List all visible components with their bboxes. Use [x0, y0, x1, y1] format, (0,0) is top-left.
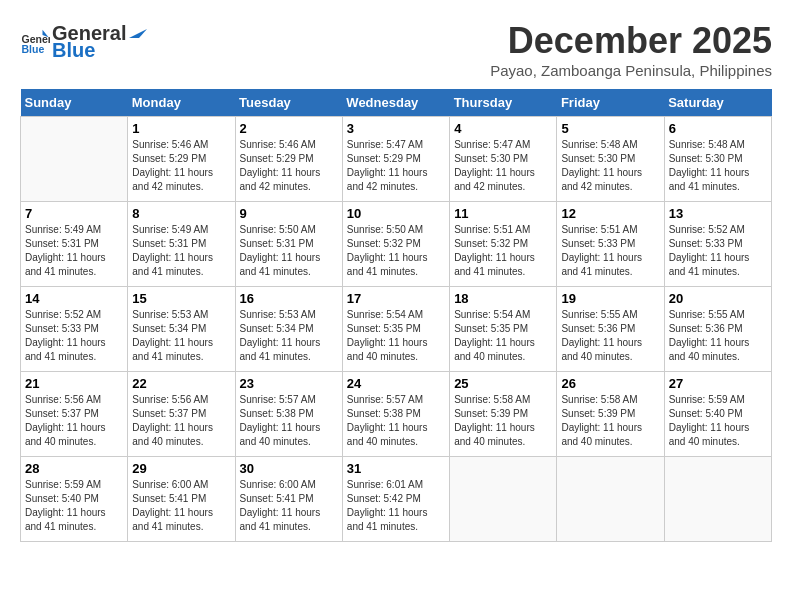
day-number: 27 — [669, 376, 767, 391]
calendar-day-cell: 15Sunrise: 5:53 AM Sunset: 5:34 PM Dayli… — [128, 287, 235, 372]
day-info: Sunrise: 5:48 AM Sunset: 5:30 PM Dayligh… — [669, 138, 767, 194]
calendar-day-cell: 17Sunrise: 5:54 AM Sunset: 5:35 PM Dayli… — [342, 287, 449, 372]
calendar-day-cell: 1Sunrise: 5:46 AM Sunset: 5:29 PM Daylig… — [128, 117, 235, 202]
day-info: Sunrise: 5:57 AM Sunset: 5:38 PM Dayligh… — [240, 393, 338, 449]
calendar-day-cell: 10Sunrise: 5:50 AM Sunset: 5:32 PM Dayli… — [342, 202, 449, 287]
day-info: Sunrise: 5:47 AM Sunset: 5:29 PM Dayligh… — [347, 138, 445, 194]
day-number: 26 — [561, 376, 659, 391]
calendar-day-cell: 6Sunrise: 5:48 AM Sunset: 5:30 PM Daylig… — [664, 117, 771, 202]
day-number: 21 — [25, 376, 123, 391]
day-info: Sunrise: 5:59 AM Sunset: 5:40 PM Dayligh… — [669, 393, 767, 449]
calendar-header-row: SundayMondayTuesdayWednesdayThursdayFrid… — [21, 89, 772, 117]
day-header-friday: Friday — [557, 89, 664, 117]
day-header-monday: Monday — [128, 89, 235, 117]
calendar-week-4: 21Sunrise: 5:56 AM Sunset: 5:37 PM Dayli… — [21, 372, 772, 457]
day-info: Sunrise: 5:54 AM Sunset: 5:35 PM Dayligh… — [347, 308, 445, 364]
logo-arrow-icon — [127, 20, 149, 40]
day-number: 3 — [347, 121, 445, 136]
day-info: Sunrise: 5:55 AM Sunset: 5:36 PM Dayligh… — [561, 308, 659, 364]
day-info: Sunrise: 5:50 AM Sunset: 5:32 PM Dayligh… — [347, 223, 445, 279]
calendar-week-3: 14Sunrise: 5:52 AM Sunset: 5:33 PM Dayli… — [21, 287, 772, 372]
calendar-day-cell: 11Sunrise: 5:51 AM Sunset: 5:32 PM Dayli… — [450, 202, 557, 287]
day-info: Sunrise: 5:58 AM Sunset: 5:39 PM Dayligh… — [561, 393, 659, 449]
calendar-day-cell: 27Sunrise: 5:59 AM Sunset: 5:40 PM Dayli… — [664, 372, 771, 457]
day-number: 7 — [25, 206, 123, 221]
calendar-day-cell: 14Sunrise: 5:52 AM Sunset: 5:33 PM Dayli… — [21, 287, 128, 372]
calendar-day-cell: 25Sunrise: 5:58 AM Sunset: 5:39 PM Dayli… — [450, 372, 557, 457]
day-number: 12 — [561, 206, 659, 221]
day-header-sunday: Sunday — [21, 89, 128, 117]
day-number: 14 — [25, 291, 123, 306]
calendar-day-cell — [450, 457, 557, 542]
day-header-tuesday: Tuesday — [235, 89, 342, 117]
day-number: 8 — [132, 206, 230, 221]
calendar-week-5: 28Sunrise: 5:59 AM Sunset: 5:40 PM Dayli… — [21, 457, 772, 542]
day-number: 30 — [240, 461, 338, 476]
calendar-day-cell: 7Sunrise: 5:49 AM Sunset: 5:31 PM Daylig… — [21, 202, 128, 287]
logo: General Blue General Blue — [20, 20, 150, 62]
day-number: 22 — [132, 376, 230, 391]
day-number: 2 — [240, 121, 338, 136]
header: General Blue General Blue December 2025 … — [20, 20, 772, 79]
calendar-day-cell: 3Sunrise: 5:47 AM Sunset: 5:29 PM Daylig… — [342, 117, 449, 202]
svg-marker-2 — [129, 29, 147, 38]
day-info: Sunrise: 5:52 AM Sunset: 5:33 PM Dayligh… — [669, 223, 767, 279]
day-info: Sunrise: 5:51 AM Sunset: 5:33 PM Dayligh… — [561, 223, 659, 279]
day-info: Sunrise: 6:01 AM Sunset: 5:42 PM Dayligh… — [347, 478, 445, 534]
day-number: 17 — [347, 291, 445, 306]
calendar-day-cell — [664, 457, 771, 542]
calendar-week-2: 7Sunrise: 5:49 AM Sunset: 5:31 PM Daylig… — [21, 202, 772, 287]
calendar-day-cell: 24Sunrise: 5:57 AM Sunset: 5:38 PM Dayli… — [342, 372, 449, 457]
day-number: 19 — [561, 291, 659, 306]
day-info: Sunrise: 5:46 AM Sunset: 5:29 PM Dayligh… — [240, 138, 338, 194]
day-number: 24 — [347, 376, 445, 391]
calendar-day-cell: 22Sunrise: 5:56 AM Sunset: 5:37 PM Dayli… — [128, 372, 235, 457]
day-info: Sunrise: 5:54 AM Sunset: 5:35 PM Dayligh… — [454, 308, 552, 364]
month-year-title: December 2025 — [490, 20, 772, 62]
day-info: Sunrise: 5:55 AM Sunset: 5:36 PM Dayligh… — [669, 308, 767, 364]
calendar-day-cell: 23Sunrise: 5:57 AM Sunset: 5:38 PM Dayli… — [235, 372, 342, 457]
day-number: 25 — [454, 376, 552, 391]
calendar-day-cell: 19Sunrise: 5:55 AM Sunset: 5:36 PM Dayli… — [557, 287, 664, 372]
calendar-day-cell — [557, 457, 664, 542]
day-info: Sunrise: 5:58 AM Sunset: 5:39 PM Dayligh… — [454, 393, 552, 449]
calendar-day-cell: 9Sunrise: 5:50 AM Sunset: 5:31 PM Daylig… — [235, 202, 342, 287]
day-header-wednesday: Wednesday — [342, 89, 449, 117]
day-info: Sunrise: 5:49 AM Sunset: 5:31 PM Dayligh… — [132, 223, 230, 279]
day-header-thursday: Thursday — [450, 89, 557, 117]
day-number: 1 — [132, 121, 230, 136]
location-subtitle: Payao, Zamboanga Peninsula, Philippines — [490, 62, 772, 79]
day-number: 29 — [132, 461, 230, 476]
calendar-day-cell: 21Sunrise: 5:56 AM Sunset: 5:37 PM Dayli… — [21, 372, 128, 457]
day-info: Sunrise: 5:53 AM Sunset: 5:34 PM Dayligh… — [240, 308, 338, 364]
day-info: Sunrise: 5:47 AM Sunset: 5:30 PM Dayligh… — [454, 138, 552, 194]
calendar-day-cell: 2Sunrise: 5:46 AM Sunset: 5:29 PM Daylig… — [235, 117, 342, 202]
day-info: Sunrise: 6:00 AM Sunset: 5:41 PM Dayligh… — [240, 478, 338, 534]
calendar-day-cell: 29Sunrise: 6:00 AM Sunset: 5:41 PM Dayli… — [128, 457, 235, 542]
calendar-day-cell: 12Sunrise: 5:51 AM Sunset: 5:33 PM Dayli… — [557, 202, 664, 287]
calendar-week-1: 1Sunrise: 5:46 AM Sunset: 5:29 PM Daylig… — [21, 117, 772, 202]
day-number: 13 — [669, 206, 767, 221]
day-number: 20 — [669, 291, 767, 306]
day-number: 16 — [240, 291, 338, 306]
calendar-day-cell — [21, 117, 128, 202]
day-number: 4 — [454, 121, 552, 136]
calendar-day-cell: 31Sunrise: 6:01 AM Sunset: 5:42 PM Dayli… — [342, 457, 449, 542]
calendar-day-cell: 30Sunrise: 6:00 AM Sunset: 5:41 PM Dayli… — [235, 457, 342, 542]
day-number: 10 — [347, 206, 445, 221]
day-number: 28 — [25, 461, 123, 476]
calendar-day-cell: 4Sunrise: 5:47 AM Sunset: 5:30 PM Daylig… — [450, 117, 557, 202]
calendar-table: SundayMondayTuesdayWednesdayThursdayFrid… — [20, 89, 772, 542]
day-info: Sunrise: 5:46 AM Sunset: 5:29 PM Dayligh… — [132, 138, 230, 194]
day-info: Sunrise: 5:56 AM Sunset: 5:37 PM Dayligh… — [132, 393, 230, 449]
svg-text:Blue: Blue — [22, 43, 45, 55]
day-info: Sunrise: 5:57 AM Sunset: 5:38 PM Dayligh… — [347, 393, 445, 449]
day-info: Sunrise: 5:52 AM Sunset: 5:33 PM Dayligh… — [25, 308, 123, 364]
day-number: 9 — [240, 206, 338, 221]
day-info: Sunrise: 5:56 AM Sunset: 5:37 PM Dayligh… — [25, 393, 123, 449]
day-number: 18 — [454, 291, 552, 306]
day-number: 31 — [347, 461, 445, 476]
day-number: 6 — [669, 121, 767, 136]
day-number: 23 — [240, 376, 338, 391]
logo-icon: General Blue — [20, 26, 50, 56]
